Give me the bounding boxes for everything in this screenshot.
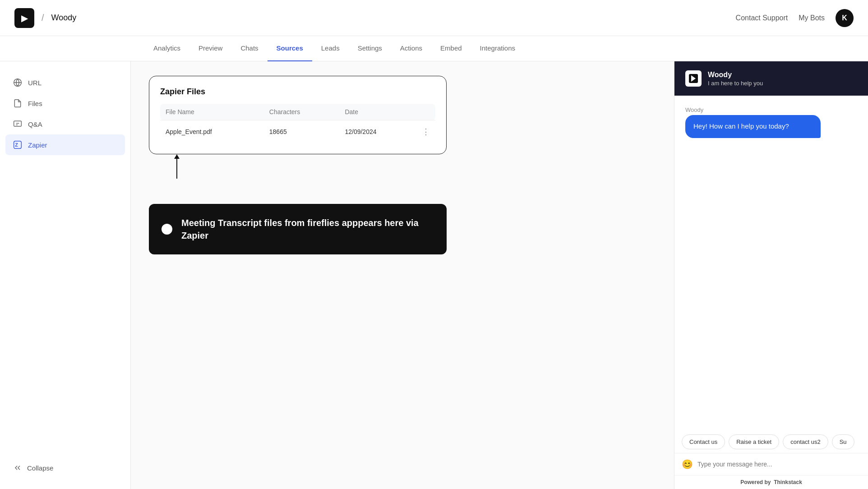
zap-icon: Z	[13, 140, 23, 150]
quick-reply-su[interactable]: Su	[832, 434, 854, 449]
sidebar-zapier-label: Zapier	[28, 141, 47, 149]
tab-integrations[interactable]: Integrations	[471, 36, 524, 61]
chat-icon	[13, 119, 23, 129]
tab-embed[interactable]: Embed	[431, 36, 471, 61]
file-name-cell: Apple_Event.pdf	[160, 120, 264, 143]
file-icon	[13, 98, 23, 108]
footer-prefix: Powered by	[740, 479, 771, 485]
chat-bot-name: Woody	[708, 71, 763, 79]
tab-sources[interactable]: Sources	[268, 36, 312, 61]
chat-panel: Woody I am here to help you Woody Hey! H…	[674, 61, 868, 489]
quick-reply-contact-us[interactable]: Contact us	[682, 434, 725, 449]
header: ▶ / Woody Contact Support My Bots K	[0, 0, 868, 36]
tab-preview[interactable]: Preview	[189, 36, 231, 61]
header-right: Contact Support My Bots K	[736, 9, 854, 27]
col-actions	[416, 104, 435, 120]
arrow-connector	[149, 154, 447, 181]
footer-brand: Thinkstack	[774, 479, 802, 485]
sidebar-collapse[interactable]: Collapse	[0, 457, 130, 478]
col-filename: File Name	[160, 104, 264, 120]
quick-reply-contact-us2[interactable]: contact us2	[783, 434, 828, 449]
chat-header: Woody I am here to help you	[674, 61, 868, 96]
header-slash: /	[42, 13, 44, 23]
chat-footer: Powered by Thinkstack	[674, 475, 868, 489]
emoji-icon[interactable]: 😊	[682, 459, 693, 470]
content-area: Zapier Files File Name Characters Date A…	[131, 61, 674, 489]
table-row: Apple_Event.pdf 18665 12/09/2024 ⋮	[160, 120, 435, 143]
chat-quick-replies: Contact us Raise a ticket contact us2 Su	[674, 434, 868, 453]
chat-text-input[interactable]	[697, 461, 861, 468]
col-characters: Characters	[264, 104, 340, 120]
file-date-cell: 12/09/2024	[339, 120, 416, 143]
main-layout: URL Files Q&A Z	[0, 61, 868, 489]
chat-input-area: 😊	[674, 453, 868, 475]
message-group: Woody Hey! How can I help you today?	[685, 106, 857, 138]
chat-sender-name: Woody	[685, 106, 857, 113]
sidebar-item-zapier[interactable]: Z Zapier	[5, 134, 125, 155]
sidebar: URL Files Q&A Z	[0, 61, 131, 489]
col-date: Date	[339, 104, 416, 120]
chat-logo	[685, 70, 702, 87]
chat-messages: Woody Hey! How can I help you today?	[674, 96, 868, 434]
logo-icon[interactable]: ▶	[14, 8, 34, 28]
svg-text:Z: Z	[15, 142, 18, 148]
svg-marker-6	[691, 75, 696, 82]
tab-leads[interactable]: Leads	[312, 36, 349, 61]
chat-bubble: Hey! How can I help you today?	[685, 115, 821, 138]
sidebar-files-label: Files	[28, 100, 42, 107]
sidebar-item-url[interactable]: URL	[0, 72, 130, 93]
nav-tabs: Analytics Preview Chats Sources Leads Se…	[0, 36, 868, 61]
user-avatar[interactable]: K	[836, 9, 854, 27]
file-chars-cell: 18665	[264, 120, 340, 143]
brand-name: Woody	[51, 13, 77, 23]
tooltip-dot	[162, 224, 172, 235]
tab-analytics[interactable]: Analytics	[144, 36, 189, 61]
sidebar-url-label: URL	[28, 79, 42, 87]
sidebar-item-files[interactable]: Files	[0, 93, 130, 114]
files-card-title: Zapier Files	[160, 87, 435, 97]
files-table: File Name Characters Date Apple_Event.pd…	[160, 104, 435, 143]
sidebar-spacer	[0, 155, 130, 457]
chat-logo-inner	[689, 74, 698, 83]
chat-bot-info: Woody I am here to help you	[708, 71, 763, 87]
quick-reply-raise-ticket[interactable]: Raise a ticket	[729, 434, 779, 449]
tab-chats[interactable]: Chats	[231, 36, 267, 61]
sidebar-item-qa[interactable]: Q&A	[0, 114, 130, 134]
contact-support-link[interactable]: Contact Support	[736, 14, 788, 22]
files-card: Zapier Files File Name Characters Date A…	[149, 76, 447, 154]
tab-actions[interactable]: Actions	[391, 36, 431, 61]
header-left: ▶ / Woody	[14, 8, 76, 28]
collapse-icon	[13, 463, 23, 473]
tooltip-box: Meeting Transcript files from fireflies …	[149, 204, 447, 254]
globe-icon	[13, 78, 23, 88]
tab-settings[interactable]: Settings	[349, 36, 391, 61]
my-bots-link[interactable]: My Bots	[799, 14, 825, 22]
sidebar-qa-label: Q&A	[28, 120, 42, 128]
svg-rect-1	[14, 121, 22, 126]
tooltip-area: Meeting Transcript files from fireflies …	[149, 154, 447, 254]
collapse-label: Collapse	[27, 464, 53, 472]
chat-bot-subtitle: I am here to help you	[708, 80, 763, 87]
tooltip-text: Meeting Transcript files from fireflies …	[181, 218, 419, 240]
three-dots-menu[interactable]: ⋮	[422, 127, 430, 136]
row-actions-cell[interactable]: ⋮	[416, 120, 435, 143]
